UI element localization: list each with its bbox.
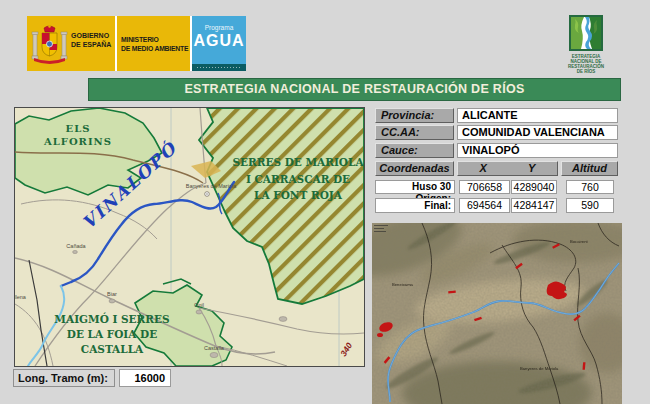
field-label-provincia: Provincia: (375, 108, 454, 123)
coord-origen-altitud[interactable]: 760 (566, 180, 614, 194)
town-marker-dot (206, 193, 207, 194)
town-blob-onil (196, 310, 202, 314)
town-label-villena: illena (15, 294, 27, 300)
field-label-ccaa: CC.AA: (375, 125, 454, 140)
area-label-alforins-1: ELS (66, 123, 91, 134)
govt-logo-line1: GOBIERNO (71, 32, 111, 41)
agua-title: AGUA (192, 32, 246, 50)
topo-map-image: Banyeres de Mariola Biar Onil Castalla C… (14, 107, 365, 367)
ministry-line2: DE MEDIO AMBIENTE (121, 45, 190, 54)
town-label-onil: Onil (194, 302, 204, 308)
page-title: ESTRATEGIA NACIONAL DE RESTAURACIÓN DE R… (88, 78, 621, 101)
govt-logo-block: GOBIERNO DE ESPAÑA (27, 16, 115, 71)
coord-origen-x[interactable]: 706658 (459, 180, 510, 194)
area-label-mariola-3: LA FONT ROJA (254, 189, 343, 201)
coord-final-altitud[interactable]: 590 (566, 198, 614, 213)
app-background: GOBIERNO DE ESPAÑA MINISTERIO DE MEDIO A… (0, 0, 650, 404)
long-tramo-label: Long. Tramo (m): (13, 369, 115, 387)
coord-row-origen-label: Huso 30 Origen: (375, 180, 455, 194)
field-value-provincia[interactable]: ALICANTE (457, 108, 618, 123)
town-label-castalla: Castalla (204, 345, 225, 351)
sat-texture (372, 223, 622, 404)
agua-logo-block: Programa AGUA (190, 16, 246, 71)
river-logo-icon (571, 17, 601, 49)
river-restoration-logo (569, 15, 603, 51)
town-label-canada: Cañada (66, 243, 86, 249)
area-label-maigmo-1: MAIGMÓ I SERRES (54, 312, 169, 325)
coord-origen-y[interactable]: 4289040 (511, 180, 557, 194)
sat-label-bocairent: Bocairent (570, 239, 589, 244)
town-label-banyeres: Banyeres de Mariola (186, 183, 237, 189)
govt-logo-line2: DE ESPAÑA (71, 41, 111, 50)
area-label-maigmo-3: CASTALLA (81, 343, 144, 355)
coords-header: Coordenadas (375, 161, 454, 176)
field-label-cauce: Cauce: (375, 143, 454, 158)
area-label-mariola-2: I CARRASCAR DE (246, 173, 350, 185)
govt-logo-text: GOBIERNO DE ESPAÑA (71, 32, 111, 49)
sat-label-banyeres: Banyeres de Mariola (520, 366, 559, 371)
sat-label-beneixama: Beneixama (392, 282, 414, 287)
town-blob-biar (109, 299, 115, 303)
satellite-svg: Beneixama Banyeres de Mariola Bocairent (372, 223, 622, 404)
ministry-logo-block: MINISTERIO DE MEDIO AMBIENTE (115, 16, 190, 71)
ministry-line1: MINISTERIO (121, 36, 190, 45)
town-blob-canada (73, 250, 78, 253)
river-logo-caption: ESTRATEGIA NACIONAL DE RESTAURACIÓN DE R… (551, 54, 621, 74)
ministry-logo-text: MINISTERIO DE MEDIO AMBIENTE (117, 16, 190, 53)
field-value-cauce[interactable]: VINALOPÓ (457, 143, 618, 158)
coord-final-x[interactable]: 694564 (459, 198, 510, 213)
coords-col-y: Y (508, 162, 557, 175)
long-tramo-input[interactable]: 16000 (119, 369, 171, 387)
topo-map-svg: Banyeres de Mariola Biar Onil Castalla C… (15, 108, 364, 366)
agua-footer-strip (192, 64, 246, 71)
area-label-mariola-1: SERRES DE MARIOLA (232, 156, 364, 168)
logo-caption-line: DE RÍOS (551, 69, 621, 74)
town-blob-castalla (210, 352, 218, 357)
coord-final-y[interactable]: 4284147 (511, 198, 557, 213)
coords-xy-header: XY (457, 161, 558, 176)
satellite-image: Beneixama Banyeres de Mariola Bocairent (372, 223, 622, 404)
coord-row-final-label: Final: (375, 198, 455, 213)
area-label-maigmo-2: DE LA FOIA DE (67, 328, 157, 340)
agua-programa-label: Programa (192, 24, 246, 31)
coords-col-altitud: Altitud (561, 161, 618, 176)
town-blob (279, 317, 287, 322)
coat-of-arms-icon (31, 24, 68, 66)
field-value-ccaa[interactable]: COMUNIDAD VALENCIANA (457, 125, 618, 140)
area-label-alforins-2: ALFORINS (43, 136, 112, 147)
town-label-biar: Biar (107, 291, 117, 297)
coords-col-x: X (459, 162, 508, 175)
